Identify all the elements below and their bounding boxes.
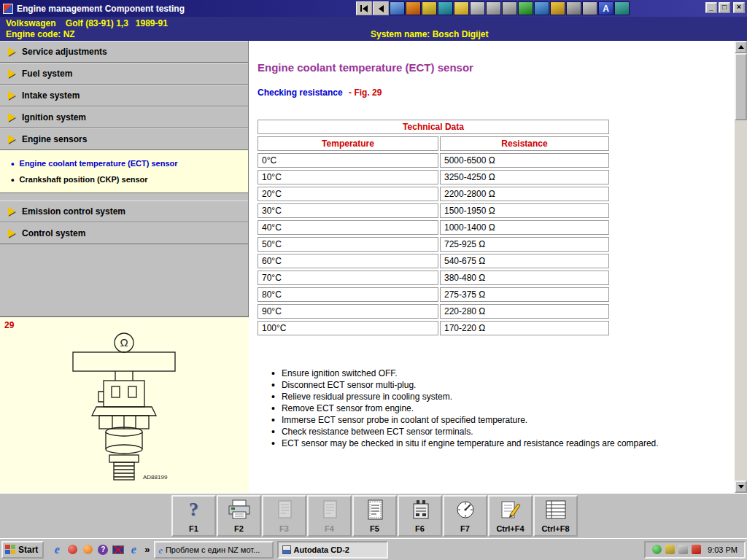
yellow-arrow-icon bbox=[8, 135, 15, 144]
temperature-cell: 70°C bbox=[258, 271, 438, 285]
sidebar-item-label: Intake system bbox=[22, 90, 80, 101]
table-row: 30°C 1500-1950 Ω bbox=[258, 203, 609, 218]
column-header-resistance: Resistance bbox=[440, 136, 609, 151]
quick-launch-overflow-chevron[interactable]: » bbox=[144, 544, 150, 555]
scrollbar-thumb[interactable] bbox=[735, 53, 747, 120]
table-row: 60°C 540-675 Ω bbox=[258, 254, 609, 268]
messenger-icon[interactable] bbox=[66, 544, 78, 556]
engine-sensors-submenu: Engine coolant temperature (ECT) sensor … bbox=[0, 150, 248, 193]
sidebar-item-label: Engine sensors bbox=[22, 134, 87, 144]
list-button-ctrl-f8[interactable]: Ctrl+F8 bbox=[533, 495, 578, 537]
list-icon bbox=[543, 499, 569, 521]
wheel-icon[interactable] bbox=[566, 1, 581, 15]
gear-icon[interactable] bbox=[406, 1, 421, 15]
yellow-arrow-icon bbox=[8, 47, 15, 56]
table-row: 40°C 1000-1400 Ω bbox=[258, 220, 609, 235]
print-button-f2[interactable]: F2 bbox=[217, 495, 261, 537]
antivirus-status-icon[interactable] bbox=[652, 545, 662, 554]
vertical-scrollbar[interactable] bbox=[735, 41, 747, 493]
up-arrow-icon bbox=[738, 45, 744, 49]
page-title: Engine coolant temperature (ECT) sensor bbox=[258, 61, 735, 74]
printer-icon bbox=[226, 499, 252, 521]
keyboard-icon[interactable] bbox=[614, 1, 630, 15]
vehicle-name: Volkswagen Golf (83-91) 1,3 1989-91 bbox=[6, 18, 168, 28]
app-icon bbox=[3, 4, 13, 14]
nav-first-button[interactable] bbox=[356, 1, 372, 15]
down-arrow-icon bbox=[738, 485, 744, 489]
titlebar-toolbar: A bbox=[356, 1, 630, 15]
nav-back-button[interactable] bbox=[373, 1, 389, 15]
data-document-button-f5[interactable]: F5 bbox=[352, 495, 397, 537]
resistance-cell: 5000-6500 Ω bbox=[440, 153, 609, 168]
taskbar-window-autodata[interactable]: Autodata CD-2 bbox=[277, 541, 388, 559]
sidebar-item-ignition-system[interactable]: Ignition system bbox=[0, 106, 248, 128]
ruler-icon[interactable] bbox=[470, 1, 485, 15]
sidebar-item-intake-system[interactable]: Intake system bbox=[0, 85, 248, 106]
monitor-icon[interactable] bbox=[518, 1, 533, 15]
sidebar-subitem-ckp-sensor[interactable]: Crankshaft position (CKP) sensor bbox=[11, 171, 245, 187]
user-icon[interactable] bbox=[582, 1, 597, 15]
screen-icon[interactable] bbox=[390, 1, 405, 15]
sidebar-item-fuel-system[interactable]: Fuel system bbox=[0, 63, 248, 85]
volume-icon[interactable] bbox=[678, 545, 688, 554]
taskbar-clock: 9:03 PM bbox=[708, 545, 738, 554]
helper-app-icon[interactable]: ? bbox=[97, 544, 109, 556]
pencil-icon[interactable] bbox=[486, 1, 501, 15]
close-button[interactable]: × bbox=[733, 2, 745, 13]
mail-icon[interactable] bbox=[454, 1, 469, 15]
gauge-button-f7[interactable]: F7 bbox=[443, 495, 487, 537]
internet-explorer-icon[interactable]: e bbox=[51, 544, 63, 556]
technical-data-table: Technical Data Temperature Resistance 0°… bbox=[258, 120, 609, 335]
font-icon[interactable]: A bbox=[598, 1, 614, 15]
transfer-arrows-icon[interactable] bbox=[550, 1, 565, 15]
sub-item-label: Engine coolant temperature (ECT) sensor bbox=[20, 159, 178, 168]
scroll-up-button[interactable] bbox=[735, 41, 747, 53]
help-button-f1[interactable]: ? F1 bbox=[171, 495, 216, 537]
sidebar-spacer bbox=[0, 193, 248, 201]
sidebar-item-engine-sensors[interactable]: Engine sensors bbox=[0, 128, 248, 150]
sidebar-item-label: Service adjustments bbox=[22, 47, 107, 57]
yellow-arrow-icon bbox=[8, 229, 15, 238]
sidebar: Service adjustments Fuel system Intake s… bbox=[0, 41, 249, 493]
sidebar-item-service-adjustments[interactable]: Service adjustments bbox=[0, 41, 248, 63]
table-row: 90°C 220-280 Ω bbox=[258, 304, 609, 319]
clock-icon[interactable] bbox=[502, 1, 517, 15]
sub-item-label: Crankshaft position (CKP) sensor bbox=[20, 175, 148, 184]
engine-code: Engine code: NZ bbox=[6, 29, 75, 39]
start-button[interactable]: Start bbox=[1, 541, 44, 559]
page-preview-icon bbox=[271, 499, 298, 521]
figure-reference[interactable]: - Fig. 29 bbox=[349, 88, 382, 98]
column-header-temperature: Temperature bbox=[258, 136, 438, 151]
system-name: System name: Bosch Digijet bbox=[371, 29, 488, 39]
minimize-button[interactable]: _ bbox=[705, 2, 717, 13]
sidebar-item-emission-control[interactable]: Emission control system bbox=[0, 201, 248, 222]
preview-button-f3[interactable]: F3 bbox=[262, 495, 306, 537]
notes-button-ctrl-f4[interactable]: Ctrl+F4 bbox=[488, 495, 533, 537]
window-title: Engine management Component testing bbox=[17, 4, 185, 14]
sidebar-subitem-ect-sensor[interactable]: Engine coolant temperature (ECT) sensor bbox=[11, 155, 245, 171]
component-button-f6[interactable]: F6 bbox=[398, 495, 442, 537]
temperature-cell: 60°C bbox=[258, 254, 438, 268]
alert-icon[interactable] bbox=[692, 545, 701, 554]
pencil-note-icon bbox=[498, 499, 524, 521]
figure-panel: 29 Ω AD88199 bbox=[0, 316, 249, 493]
table-row: 100°C 170-220 Ω bbox=[258, 321, 609, 335]
language-flag-icon[interactable] bbox=[112, 544, 124, 556]
sidebar-item-control-system[interactable]: Control system bbox=[0, 222, 248, 244]
scroll-down-button[interactable] bbox=[735, 481, 747, 493]
update-status-icon[interactable] bbox=[665, 545, 675, 554]
procedure-step: Relieve residual pressure in cooling sys… bbox=[271, 391, 735, 402]
preview-button-f4[interactable]: F4 bbox=[307, 495, 352, 537]
gauge-icon bbox=[452, 499, 479, 521]
key-icon[interactable] bbox=[422, 1, 437, 15]
tools-icon[interactable] bbox=[438, 1, 453, 15]
start-label: Start bbox=[18, 545, 38, 555]
font-icon-letter: A bbox=[603, 4, 609, 14]
maximize-button[interactable]: □ bbox=[719, 2, 730, 13]
temperature-cell: 90°C bbox=[258, 304, 438, 319]
globe-icon[interactable] bbox=[534, 1, 549, 15]
yellow-arrow-icon bbox=[8, 207, 15, 216]
internet-explorer-icon[interactable]: e bbox=[128, 544, 139, 556]
browser-icon[interactable] bbox=[82, 544, 93, 556]
taskbar-window-browser[interactable]: e Проблем с един NZ мот... bbox=[154, 541, 274, 559]
